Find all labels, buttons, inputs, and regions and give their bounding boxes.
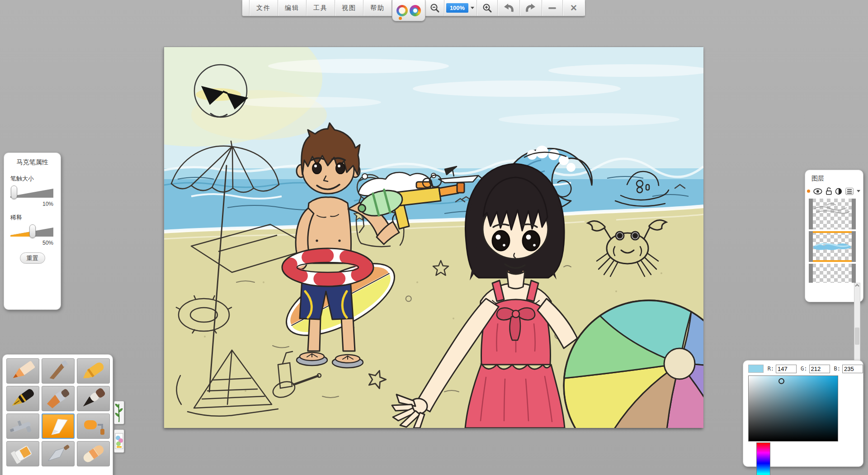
undo-button[interactable] xyxy=(498,0,520,16)
color-grip-handle[interactable] xyxy=(734,379,748,399)
brush-size-thumb[interactable] xyxy=(11,185,17,199)
marker-icon xyxy=(42,416,74,437)
layer-menu-caret-icon[interactable] xyxy=(857,190,860,192)
current-color-swatch xyxy=(748,365,764,373)
layers-panel: 图层 xyxy=(805,170,863,302)
red-input[interactable] xyxy=(776,365,797,373)
tool-flat-brush[interactable] xyxy=(42,386,75,411)
layers-icon-row xyxy=(809,187,860,195)
palette-grip-handle[interactable] xyxy=(111,363,124,384)
tool-palette-panel xyxy=(2,354,113,475)
colored-pencil-icon xyxy=(7,361,39,381)
tool-paint-jar[interactable] xyxy=(6,441,39,466)
layer-water-preview xyxy=(809,231,856,262)
visibility-eye-icon[interactable] xyxy=(813,188,822,195)
drawing-canvas[interactable] xyxy=(164,47,703,428)
tool-airbrush[interactable] xyxy=(6,413,39,439)
tool-grid xyxy=(6,358,109,466)
tool-eraser[interactable] xyxy=(77,441,110,466)
plant-stamp-icon xyxy=(114,401,124,424)
dilute-slider[interactable] xyxy=(10,224,53,238)
red-label: R: xyxy=(768,366,774,372)
airbrush-icon xyxy=(7,416,39,437)
layer-scrollbar[interactable] xyxy=(854,283,860,367)
flat-brush-icon xyxy=(42,388,74,409)
toolbar-lead xyxy=(242,0,250,16)
tool-colored-pencil[interactable] xyxy=(6,358,39,384)
zoom-in-button[interactable] xyxy=(477,0,498,16)
layers-grip-handle[interactable] xyxy=(796,185,810,206)
mascot-clown-icon[interactable] xyxy=(396,5,408,16)
image-stamp-icon xyxy=(114,430,124,452)
tool-marker[interactable] xyxy=(42,413,75,439)
undo-icon xyxy=(503,3,514,14)
layer-row-empty[interactable] xyxy=(809,264,856,283)
fountain-pen-icon xyxy=(7,388,39,409)
blue-input[interactable] xyxy=(842,365,863,373)
green-label: G: xyxy=(801,366,807,372)
brush-size-value: 10% xyxy=(9,201,53,207)
color-picker-panel: R: G: B: Alpha xyxy=(743,360,863,467)
menu-help[interactable]: 帮助 xyxy=(363,0,392,16)
menu-file[interactable]: 文件 xyxy=(250,0,278,16)
plant-stamp-thumbnail[interactable] xyxy=(114,401,124,424)
dilute-thumb[interactable] xyxy=(29,224,36,238)
blue-label: B: xyxy=(834,366,840,372)
saturation-value-square[interactable] xyxy=(748,375,838,442)
tool-ink-brush[interactable] xyxy=(77,386,110,411)
layer-menu-button[interactable] xyxy=(845,188,854,195)
scrollbar-thumb[interactable] xyxy=(855,328,859,345)
beach-scene xyxy=(164,47,703,428)
image-stamp-thumbnail[interactable] xyxy=(114,429,124,453)
brush-size-slider[interactable] xyxy=(10,185,53,199)
mascot-swirl-icon[interactable] xyxy=(410,5,421,16)
tool-paint-roller[interactable] xyxy=(77,413,110,439)
opacity-contrast-icon[interactable] xyxy=(835,188,842,195)
menu-view[interactable]: 视图 xyxy=(335,0,363,16)
tool-crayon[interactable] xyxy=(77,358,110,384)
zoom-level-group: 100% xyxy=(444,0,477,16)
rgb-row: R: G: B: xyxy=(748,364,863,373)
dilute-value: 50% xyxy=(9,240,53,246)
paint-jar-icon xyxy=(7,443,39,464)
orange-dot-icon xyxy=(807,190,810,193)
reset-button[interactable]: 重置 xyxy=(20,252,45,264)
sky xyxy=(164,47,703,183)
mascot-tab xyxy=(392,0,425,21)
lock-icon[interactable] xyxy=(826,187,832,195)
layer-row-sketch[interactable] xyxy=(809,199,856,229)
layer-row-water-selected[interactable] xyxy=(809,231,856,262)
layers-title: 图层 xyxy=(811,175,860,183)
zoom-in-icon xyxy=(482,3,492,13)
redo-button[interactable] xyxy=(520,0,542,16)
green-input[interactable] xyxy=(809,365,830,373)
hue-bar-group xyxy=(752,442,774,475)
eraser-icon xyxy=(78,443,109,464)
scroll-up-icon[interactable] xyxy=(854,283,860,290)
close-icon: ✕ xyxy=(570,4,577,12)
zoom-dropdown-caret-icon[interactable] xyxy=(471,7,474,9)
zoom-out-button[interactable] xyxy=(425,0,444,16)
tool-fountain-pen[interactable] xyxy=(6,386,39,411)
color-selector-dot[interactable] xyxy=(778,378,784,384)
desktop-background: 文件 编辑 工具 视图 帮助 100% xyxy=(0,0,868,475)
minimize-icon xyxy=(548,7,556,9)
tool-palette-knife[interactable] xyxy=(42,441,75,466)
close-button[interactable]: ✕ xyxy=(563,0,585,16)
minimize-button[interactable] xyxy=(542,0,563,16)
tool-pastel-stick[interactable] xyxy=(42,358,75,384)
menu-tools[interactable]: 工具 xyxy=(307,0,335,16)
crayon-icon xyxy=(78,361,109,381)
menu-edit[interactable]: 编辑 xyxy=(278,0,307,16)
ink-brush-icon xyxy=(78,388,109,409)
hue-bar[interactable] xyxy=(756,442,770,475)
zoom-level-value[interactable]: 100% xyxy=(446,3,468,13)
mascot-orange-dot xyxy=(399,17,402,20)
marker-properties-panel: 马克笔属性 笔触大小 10% 稀释 50% 重置 xyxy=(4,152,61,310)
sun-with-sunglasses xyxy=(194,65,248,117)
palette-knife-icon xyxy=(42,443,74,464)
panel-title: 马克笔属性 xyxy=(9,158,55,166)
panel-grip-handle[interactable] xyxy=(57,162,71,183)
layer-list xyxy=(809,199,856,283)
brush-size-label: 笔触大小 xyxy=(10,175,55,183)
